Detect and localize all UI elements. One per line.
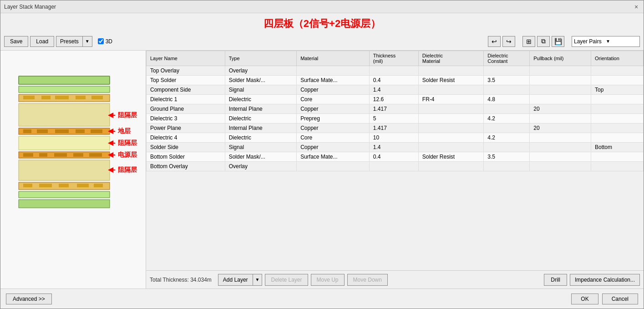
copy-icon-button[interactable]: ⧉ <box>537 36 550 47</box>
table-row[interactable]: Bottom SolderSolder Mask/...Surface Mate… <box>147 152 644 162</box>
table-cell: Surface Mate... <box>297 152 370 162</box>
table-icon-button[interactable]: ⊞ <box>522 36 535 47</box>
table-cell <box>530 143 591 152</box>
delete-layer-button[interactable]: Delete Layer <box>265 274 308 286</box>
table-cell <box>591 104 644 114</box>
table-cell: Copper <box>297 104 370 114</box>
svg-rect-2 <box>19 86 110 93</box>
presets-button[interactable]: Presets <box>56 36 82 47</box>
close-button[interactable]: × <box>633 3 640 10</box>
table-cell <box>591 66 644 76</box>
table-cell <box>418 133 483 143</box>
add-layer-button[interactable]: Add Layer <box>218 274 253 286</box>
svg-rect-9 <box>19 103 110 126</box>
table-cell: Prepreg <box>297 114 370 124</box>
svg-text:阻隔层: 阻隔层 <box>118 111 137 118</box>
export-icon-button[interactable]: 💾 <box>552 36 564 47</box>
move-up-button[interactable]: Move Up <box>311 274 345 286</box>
table-cell: Solder Side <box>147 143 225 152</box>
layer-pairs-dropdown[interactable]: Layer Pairs ▼ <box>572 36 640 47</box>
table-cell: Solder Mask/... <box>225 152 296 162</box>
col-header-dielectric-material: DielectricMaterial <box>418 51 483 66</box>
redo-button[interactable]: ↪ <box>502 36 515 47</box>
add-layer-group: Add Layer ▼ <box>218 274 263 286</box>
table-cell: 12.6 <box>369 95 418 104</box>
table-cell: Component Side <box>147 85 225 95</box>
cancel-button[interactable]: Cancel <box>602 294 638 304</box>
svg-rect-22 <box>89 153 102 157</box>
three-d-checkbox[interactable] <box>98 38 104 44</box>
table-row[interactable]: Dielectric 1DielectricCore12.6FR-44.8 <box>147 95 644 104</box>
pcb-visual: 阻隔层 地层 阻隔层 电源层 阻隔层 <box>10 72 137 268</box>
table-cell: Dielectric 4 <box>147 133 225 143</box>
table-cell <box>591 152 644 162</box>
ok-button[interactable]: OK <box>571 294 598 304</box>
table-cell <box>591 76 644 85</box>
table-cell: Power Plane <box>147 124 225 133</box>
col-header-orientation: Orientation <box>591 51 644 66</box>
table-row[interactable]: Top OverlayOverlay <box>147 66 644 76</box>
drill-button[interactable]: Drill <box>544 274 567 286</box>
table-cell: Copper <box>297 143 370 152</box>
table-row[interactable]: Component SideSignalCopper1.4Top <box>147 85 644 95</box>
svg-rect-21 <box>73 153 83 157</box>
table-cell: 0.4 <box>369 152 418 162</box>
table-cell <box>418 104 483 114</box>
table-cell: Dielectric <box>225 133 296 143</box>
col-header-thickness: Thickness(mil) <box>369 51 418 66</box>
table-cell: Top Overlay <box>147 66 225 76</box>
svg-rect-7 <box>76 96 86 99</box>
save-button[interactable]: Save <box>4 36 28 47</box>
svg-text:地层: 地层 <box>117 127 131 134</box>
table-row[interactable]: Dielectric 3DielectricPrepreg54.2 <box>147 114 644 124</box>
table-row[interactable]: Solder SideSignalCopper1.4Bottom <box>147 143 644 152</box>
table-cell: 3.5 <box>484 76 530 85</box>
three-d-checkbox-label[interactable]: 3D <box>98 38 112 45</box>
table-cell: 4.8 <box>484 95 530 104</box>
table-cell <box>418 85 483 95</box>
svg-rect-30 <box>19 191 110 198</box>
main-window: Layer Stack Manager × 四层板（2信号+2电源层） Save… <box>0 0 644 309</box>
table-cell <box>484 85 530 95</box>
col-header-material: Material <box>297 51 370 66</box>
svg-rect-23 <box>19 160 110 180</box>
svg-rect-19 <box>39 153 47 157</box>
move-down-button[interactable]: Move Down <box>347 274 388 286</box>
left-panel: 阻隔层 地层 阻隔层 电源层 阻隔层 <box>0 51 146 288</box>
table-cell <box>530 95 591 104</box>
load-button[interactable]: Load <box>30 36 54 47</box>
table-row[interactable]: Top SolderSolder Mask/...Surface Mate...… <box>147 76 644 85</box>
table-header-row: Layer Name Type Material Thickness(mil) … <box>147 51 644 66</box>
table-cell: Dielectric 3 <box>147 114 225 124</box>
table-cell: Overlay <box>225 66 296 76</box>
svg-rect-25 <box>23 184 32 187</box>
three-d-label: 3D <box>106 38 112 45</box>
table-cell: 3.5 <box>484 152 530 162</box>
table-row[interactable]: Power PlaneInternal PlaneCopper1.41720 <box>147 124 644 133</box>
table-container[interactable]: Layer Name Type Material Thickness(mil) … <box>146 51 644 270</box>
table-cell <box>484 104 530 114</box>
table-cell <box>530 162 591 171</box>
undo-button[interactable]: ↩ <box>488 36 501 47</box>
table-row[interactable]: Ground PlaneInternal PlaneCopper1.41720 <box>147 104 644 114</box>
table-row[interactable]: Bottom OverlayOverlay <box>147 162 644 171</box>
impedance-button[interactable]: Impedance Calculation... <box>570 274 640 286</box>
advanced-button[interactable]: Advanced >> <box>6 294 52 304</box>
col-header-dielectric-constant: DielectricConstant <box>484 51 530 66</box>
svg-rect-5 <box>41 96 51 99</box>
svg-rect-29 <box>94 184 103 187</box>
table-body: Top OverlayOverlayTop SolderSolder Mask/… <box>147 66 644 171</box>
table-cell: Top <box>591 85 644 95</box>
table-cell <box>530 85 591 95</box>
copy-icon: ⧉ <box>541 37 546 45</box>
table-row[interactable]: Dielectric 4DielectricCore104.2 <box>147 133 644 143</box>
table-cell <box>530 66 591 76</box>
table-cell: Dielectric <box>225 95 296 104</box>
svg-rect-27 <box>59 184 69 187</box>
table-cell: Dielectric 1 <box>147 95 225 104</box>
table-cell: Copper <box>297 124 370 133</box>
add-layer-dropdown-arrow[interactable]: ▼ <box>253 274 263 286</box>
presets-dropdown-arrow[interactable]: ▼ <box>82 36 92 47</box>
toolbar: Save Load Presets ▼ 3D ↩ ↪ ⊞ ⧉ 💾 Layer P… <box>0 32 644 51</box>
table-cell: Signal <box>225 85 296 95</box>
